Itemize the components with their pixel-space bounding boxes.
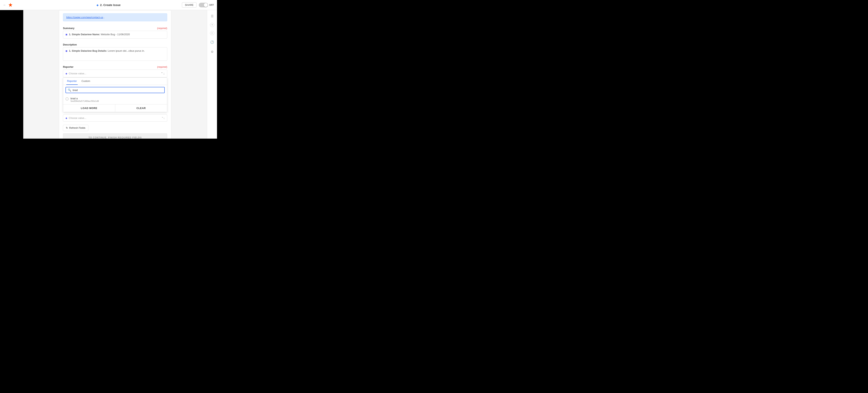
second-dropdown-placeholder: Choose value... <box>69 117 86 120</box>
main-content: https://zapier.com/app/contact-us . Summ… <box>0 10 217 139</box>
form-container: https://zapier.com/app/contact-us . Summ… <box>59 10 171 139</box>
share-button[interactable]: SHARE <box>182 2 196 7</box>
back-button[interactable]: ← <box>3 3 6 7</box>
menu-icon[interactable]: ☰ <box>209 13 215 19</box>
search-input[interactable] <box>73 89 162 92</box>
summary-prefix: 1. Simple Dataview Name: <box>69 33 100 36</box>
summary-text: Website Bug - 11/06/2020 <box>100 33 130 36</box>
second-dropdown[interactable]: ◆ Choose value... ⌃↓ <box>63 114 167 122</box>
summary-value-box: ◼ 1. Simple Dataview Name: Website Bug -… <box>63 31 167 38</box>
summary-label-row: Summary (required) <box>63 27 167 30</box>
second-dropdown-icon: ◆ <box>65 117 67 120</box>
header-center: ◆ 2. Create Issue <box>96 3 121 7</box>
reporter-section: Reporter (required) ◆ Choose value... ⌃↓ <box>59 63 171 77</box>
summary-section: Summary (required) ◼ 1. Simple Dataview … <box>59 24 171 41</box>
step-diamond-icon: ◆ <box>96 3 99 7</box>
result-name: brad a <box>70 97 99 100</box>
help-icon[interactable]: ? <box>210 23 214 27</box>
reporter-dropdown[interactable]: ◆ Choose value... ⌃↓ <box>63 69 167 77</box>
description-label: Description <box>63 43 77 46</box>
tab-custom[interactable]: Custom <box>81 78 91 85</box>
second-dropdown-chevron-icon: ⌃↓ <box>161 117 165 120</box>
info-banner: https://zapier.com/app/contact-us . <box>63 13 167 21</box>
toggle-knob <box>204 3 208 7</box>
info-banner-suffix: . <box>104 16 104 19</box>
description-value: 1. Simple Dataview Bug Details: Lorem ip… <box>69 50 145 52</box>
refresh-label: Refresh Fields <box>69 126 86 129</box>
summary-required: (required) <box>157 27 167 30</box>
page-title: 2. Create Issue <box>100 3 121 7</box>
header-right: SHARE OFF <box>182 2 214 7</box>
continue-button: TO CONTINUE, FINISH REQUIRED FIELDS <box>63 133 167 139</box>
refresh-icon: ↻ <box>66 126 68 129</box>
reporter-label: Reporter <box>63 65 73 68</box>
power-toggle[interactable] <box>199 3 208 7</box>
result-radio[interactable] <box>65 97 69 100</box>
description-zapier-icon: ◼ <box>65 50 67 52</box>
clear-button[interactable]: CLEAR <box>115 104 167 112</box>
toggle-label: OFF <box>209 4 214 6</box>
toggle-wrap: OFF <box>199 3 214 7</box>
summary-value: 1. Simple Dataview Name: Website Bug - 1… <box>69 33 130 36</box>
second-dropdown-left: ◆ Choose value... <box>65 117 86 120</box>
zapier-logo <box>8 2 13 8</box>
description-value-box: ◼ 1. Simple Dataview Bug Details: Lorem … <box>63 47 167 61</box>
reporter-dropdown-left: ◆ Choose value... <box>65 72 86 75</box>
left-panel <box>0 10 23 139</box>
reporter-required: (required) <box>157 66 167 68</box>
header-left: ← <box>3 2 13 8</box>
bottom-actions: ↻ Refresh Fields TO CONTINUE, FINISH REQ… <box>59 122 171 139</box>
reporter-placeholder: Choose value... <box>69 72 86 75</box>
reporter-dropdown-popup: Reporter Custom 🔍 <box>63 77 167 112</box>
result-id: 5ee896e5e571480ac292e1d9 <box>70 100 99 102</box>
description-text: Lorem ipsum dol...cibus purus in. <box>107 50 145 52</box>
result-details: brad a 5ee896e5e571480ac292e1d9 <box>70 97 99 102</box>
right-sidebar: ☰ ? ! 🕐 ⚙ <box>207 10 217 139</box>
settings-icon[interactable]: ⚙ <box>209 49 215 55</box>
summary-label: Summary <box>63 27 74 30</box>
center-area: https://zapier.com/app/contact-us . Summ… <box>23 10 207 139</box>
history-icon[interactable]: 🕐 <box>209 39 215 45</box>
search-icon: 🔍 <box>68 89 71 92</box>
reporter-diamond-icon: ◆ <box>65 72 67 75</box>
summary-zapier-icon: ◼ <box>65 33 67 36</box>
reporter-label-row: Reporter (required) <box>63 65 167 68</box>
dropdown-search-area: 🔍 <box>63 85 167 95</box>
reporter-chevron-icon: ⌃↓ <box>161 72 165 75</box>
refresh-fields-button[interactable]: ↻ Refresh Fields <box>63 125 88 131</box>
info-icon[interactable]: ! <box>210 31 214 35</box>
description-label-row: Description <box>63 43 167 46</box>
tab-reporter[interactable]: Reporter <box>66 78 78 85</box>
search-input-wrap: 🔍 <box>65 87 165 93</box>
load-more-button[interactable]: LOAD MORE <box>63 104 115 112</box>
dropdown-tabs: Reporter Custom <box>63 78 167 85</box>
description-prefix: 1. Simple Dataview Bug Details: <box>69 50 107 52</box>
contact-us-link[interactable]: https://zapier.com/app/contact-us <box>66 16 103 19</box>
result-item[interactable]: brad a 5ee896e5e571480ac292e1d9 <box>63 95 167 104</box>
action-buttons: LOAD MORE CLEAR <box>63 104 167 112</box>
description-section: Description ◼ 1. Simple Dataview Bug Det… <box>59 41 171 63</box>
header: ← ◆ 2. Create Issue SHARE OFF <box>0 0 217 10</box>
